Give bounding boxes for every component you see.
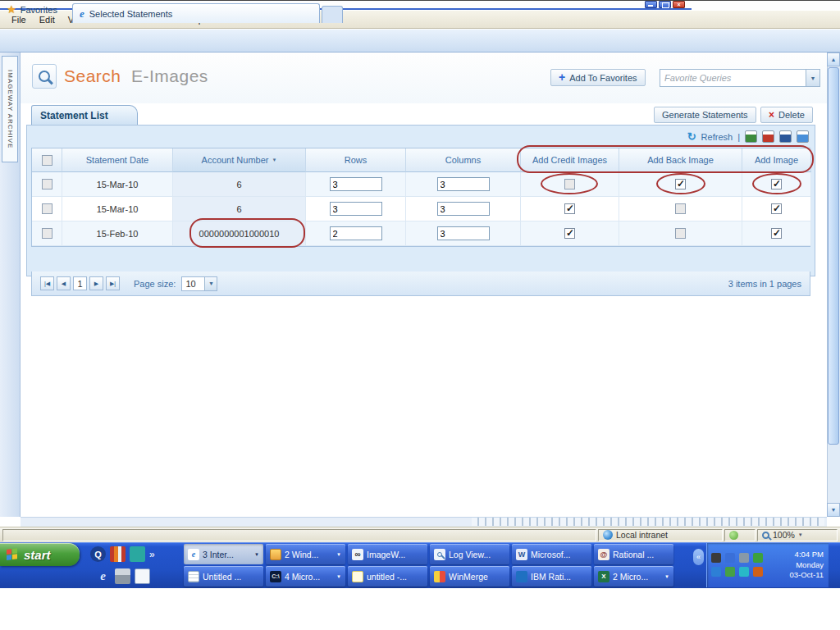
- taskbar-button-imageway[interactable]: ∞ ImageW... ▼: [348, 544, 427, 564]
- favorite-queries-combo[interactable]: Favorite Queries ▼: [660, 69, 820, 87]
- prev-page-button[interactable]: ◀: [57, 276, 71, 290]
- protected-mode-icon: [729, 531, 738, 540]
- ie-quicklaunch-icon[interactable]: e: [95, 568, 111, 584]
- notepad-icon: [188, 571, 199, 582]
- current-page-number[interactable]: 1: [73, 276, 87, 290]
- taskbar-button-microsoft[interactable]: W Microsof... ▼: [512, 544, 591, 564]
- imageway-archive-vertical-tab[interactable]: IMAGEWAY ARCHIVE: [2, 56, 18, 162]
- taskbar-button-winmerge[interactable]: WinMerge ▼: [430, 566, 509, 587]
- col-add-back-image[interactable]: Add Back Image: [619, 148, 742, 172]
- taskbar-button-windows-group[interactable]: 2 Wind... ▼: [266, 544, 345, 564]
- status-zoom-pane[interactable]: 100% ▼: [757, 529, 838, 541]
- zone-label: Local intranet: [616, 530, 668, 540]
- rows-input[interactable]: [330, 177, 382, 191]
- col-rows[interactable]: Rows: [306, 148, 406, 172]
- row-select-checkbox[interactable]: [42, 203, 52, 214]
- maximize-button[interactable]: [659, 1, 671, 8]
- add-credit-checkbox[interactable]: [564, 228, 575, 239]
- col-columns[interactable]: Columns: [406, 148, 521, 172]
- taskbar-button-console-group[interactable]: C:\ 4 Micro... ▼: [266, 566, 345, 587]
- account-number-cell: 6: [173, 197, 306, 221]
- graphics-icon[interactable]: [725, 553, 735, 563]
- add-back-checkbox[interactable]: [675, 179, 686, 189]
- taskbar-button-rational[interactable]: @ Rational ... ▼: [594, 544, 673, 564]
- add-image-checkbox[interactable]: [771, 228, 782, 239]
- keyboard-layout-icon[interactable]: [711, 553, 721, 563]
- select-all-checkbox[interactable]: [42, 155, 52, 166]
- grid-pager: |◀ ◀ 1 ▶ ▶| Page size: 10 ▼ 3 items in 1…: [31, 272, 810, 296]
- taskbar-button-excel-group[interactable]: X 2 Micro... ▼: [594, 566, 673, 587]
- status-main-pane: [2, 529, 596, 541]
- add-to-favorites-button[interactable]: + Add To Favorites: [550, 69, 646, 86]
- scroll-down-button[interactable]: ▼: [827, 503, 840, 517]
- taskbar-button-untitled[interactable]: Untitled ... ▼: [184, 566, 263, 587]
- quick-launch-row1: Q »: [90, 546, 155, 562]
- group-dropdown-icon: ▼: [254, 552, 259, 557]
- add-credit-checkbox[interactable]: [564, 179, 575, 189]
- page-title-eimages: E-Images: [131, 66, 208, 86]
- add-back-checkbox[interactable]: [675, 203, 686, 214]
- search-tray-icon[interactable]: [711, 567, 721, 577]
- add-image-checkbox[interactable]: [771, 179, 782, 189]
- messenger-icon[interactable]: [739, 567, 749, 577]
- export-excel-icon[interactable]: [745, 130, 757, 143]
- ie-page-icon: e: [80, 8, 84, 19]
- export-word-icon[interactable]: [779, 130, 792, 143]
- close-button[interactable]: ×: [673, 1, 685, 8]
- columns-input[interactable]: [437, 202, 490, 216]
- col-add-credit-images[interactable]: Add Credit Images: [521, 148, 619, 172]
- scroll-up-button[interactable]: ▲: [827, 52, 840, 66]
- generate-statements-label: Generate Statements: [662, 110, 748, 120]
- taskbar-button-ibm-rational[interactable]: IBM Rati... ▼: [512, 566, 591, 587]
- row-select-checkbox[interactable]: [42, 179, 52, 189]
- taskbar-button-internet-group[interactable]: e 3 Inter... ▼: [184, 544, 263, 564]
- taskbar-button-untitled-editor[interactable]: untitled -... ▼: [348, 566, 427, 587]
- next-page-button[interactable]: ▶: [89, 276, 103, 290]
- scrollbar-thumb[interactable]: [828, 67, 839, 445]
- analyzer-icon[interactable]: [110, 546, 126, 562]
- start-button[interactable]: start: [0, 543, 80, 566]
- security-alert-icon[interactable]: [753, 567, 763, 577]
- add-image-checkbox[interactable]: [771, 203, 782, 214]
- page-size-combo[interactable]: 10 ▼: [181, 276, 217, 291]
- row-select-checkbox[interactable]: [42, 228, 52, 239]
- update-icon[interactable]: [725, 567, 735, 577]
- quick-launch-more-icon[interactable]: »: [149, 549, 155, 560]
- minimize-button[interactable]: [645, 1, 657, 8]
- q-app-icon[interactable]: Q: [90, 546, 106, 562]
- favorites-button[interactable]: ★ Favorites: [7, 5, 57, 15]
- taskbar-button-logviewer[interactable]: Log View... ▼: [430, 544, 509, 564]
- add-back-checkbox[interactable]: [675, 228, 686, 239]
- zoom-dropdown-icon[interactable]: ▼: [798, 532, 803, 537]
- plus-icon: +: [559, 73, 565, 82]
- account-number-cell: 0000000001000010: [173, 221, 306, 246]
- combo-dropdown-button[interactable]: ▼: [806, 70, 819, 86]
- add-credit-checkbox[interactable]: [564, 203, 575, 214]
- col-add-image[interactable]: Add Image: [742, 148, 811, 172]
- last-page-button[interactable]: ▶|: [106, 276, 120, 290]
- columns-input[interactable]: [437, 177, 490, 191]
- browser-tab-selected-statements[interactable]: e Selected Statements: [72, 3, 320, 23]
- rows-input[interactable]: [330, 226, 382, 240]
- generate-statements-button[interactable]: Generate Statements: [654, 107, 756, 123]
- printer-icon[interactable]: [115, 568, 130, 584]
- refresh-label[interactable]: Refresh: [701, 132, 733, 142]
- new-tab-stub[interactable]: [322, 6, 343, 23]
- tray-collapse-button[interactable]: «: [693, 549, 704, 565]
- antivirus-shield-icon[interactable]: [753, 553, 763, 563]
- app-window-icon[interactable]: [135, 568, 150, 584]
- media-app-icon[interactable]: [130, 546, 145, 562]
- col-account-number[interactable]: Account Number▼: [173, 148, 306, 172]
- export-pdf-icon[interactable]: [762, 130, 774, 143]
- statement-list-tab[interactable]: Statement List: [31, 105, 138, 125]
- windows-flag-icon: [7, 548, 19, 561]
- columns-input[interactable]: [437, 226, 490, 240]
- search-icon-box: [32, 64, 57, 89]
- export-csv-icon[interactable]: [797, 130, 809, 143]
- delete-button[interactable]: × Delete: [760, 107, 813, 123]
- col-statement-date[interactable]: Statement Date: [62, 148, 173, 172]
- first-page-button[interactable]: |◀: [40, 276, 54, 290]
- page-size-dropdown-button[interactable]: ▼: [204, 277, 217, 290]
- volume-icon[interactable]: [739, 553, 749, 563]
- rows-input[interactable]: [330, 202, 382, 216]
